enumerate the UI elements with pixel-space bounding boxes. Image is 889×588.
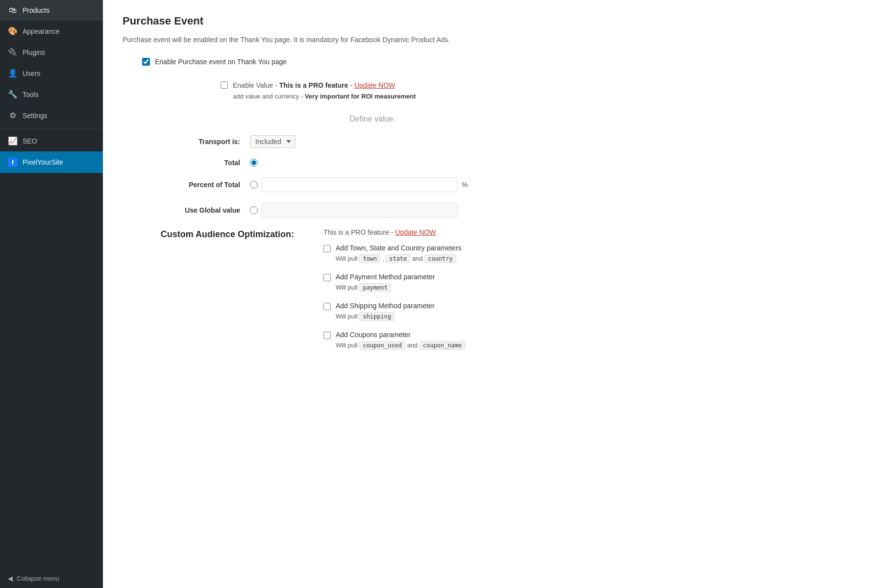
option-coupons-checkbox[interactable]: [323, 332, 331, 339]
global-row: Use Global value: [123, 203, 622, 218]
option-payment-desc: Will pull payment: [336, 283, 435, 292]
appearance-icon: 🎨: [8, 26, 18, 36]
seo-icon: 📈: [8, 136, 18, 146]
sidebar-item-pixelyoursite[interactable]: f PixelYourSite: [0, 151, 103, 173]
page-title: Purchase Event: [123, 15, 622, 27]
custom-audience-label: Custom Audience Optimization:: [152, 228, 309, 240]
update-now-link-1[interactable]: Update NOW: [354, 81, 395, 89]
option-town-title: Add Town, State and Country parameters: [336, 244, 462, 252]
option-shipping-checkbox[interactable]: [323, 303, 331, 310]
option-payment-row: Add Payment Method parameter Will pull p…: [323, 273, 622, 292]
sidebar-item-plugins[interactable]: 🔌 Plugins: [0, 42, 103, 63]
sidebar-item-tools[interactable]: 🔧 Tools: [0, 84, 103, 105]
total-label: Total: [152, 159, 250, 167]
update-now-link-2[interactable]: Update NOW: [395, 228, 436, 236]
code-town: town: [359, 254, 380, 263]
enable-purchase-row: Enable Purchase event on Thank You page: [142, 58, 622, 66]
percent-input[interactable]: [262, 177, 458, 192]
transport-row: Transport is: Included: [123, 135, 622, 148]
transport-select[interactable]: Included: [250, 135, 296, 148]
products-icon: 🛍: [8, 6, 18, 15]
pro-feature-text: Enable Value - This is a PRO feature - U…: [233, 80, 416, 91]
option-shipping-desc: Will pull shipping: [336, 312, 435, 321]
percent-symbol: %: [462, 181, 468, 189]
enable-purchase-checkbox[interactable]: [142, 58, 150, 66]
global-label: Use Global value: [152, 206, 250, 214]
main-content: Purchase Event Purchase event will be en…: [103, 0, 889, 588]
global-input[interactable]: [262, 203, 458, 218]
custom-audience-pro-badge: This is a PRO feature - Update NOW: [323, 228, 622, 236]
tools-icon: 🔧: [8, 90, 18, 99]
transport-label: Transport is:: [152, 138, 250, 146]
option-town-desc: Will pull town , state and country: [336, 254, 462, 263]
enable-purchase-label: Enable Purchase event on Thank You page: [155, 58, 287, 66]
plugins-icon: 🔌: [8, 48, 18, 57]
sidebar-item-users[interactable]: 👤 Users: [0, 63, 103, 84]
code-coupon-name: coupon_name: [420, 341, 465, 350]
sidebar-item-settings[interactable]: ⚙ Settings: [0, 105, 103, 126]
custom-audience-content: This is a PRO feature - Update NOW Add T…: [323, 228, 622, 360]
sidebar-item-products[interactable]: 🛍 Products: [0, 0, 103, 21]
sidebar: 🛍 Products 🎨 Appearance 🔌 Plugins 👤 User…: [0, 0, 103, 588]
sidebar-item-appearance[interactable]: 🎨 Appearance: [0, 21, 103, 42]
option-coupons-title: Add Coupons parameter: [336, 331, 465, 339]
option-town-checkbox[interactable]: [323, 245, 331, 252]
settings-icon: ⚙: [8, 111, 18, 120]
total-radio[interactable]: [250, 159, 258, 167]
total-row: Total: [123, 159, 622, 167]
enable-value-checkbox[interactable]: [221, 81, 228, 89]
users-icon: 👤: [8, 69, 18, 78]
pro-note: add value and currency - Very important …: [233, 93, 416, 100]
code-shipping: shipping: [359, 312, 395, 321]
percent-label: Percent of Total: [152, 181, 250, 189]
enable-value-row: Enable Value - This is a PRO feature - U…: [221, 80, 622, 100]
option-payment-title: Add Payment Method parameter: [336, 273, 435, 281]
define-value-title: Define value:: [123, 115, 622, 123]
option-shipping-row: Add Shipping Method parameter Will pull …: [323, 302, 622, 321]
custom-audience-section: Custom Audience Optimization: This is a …: [123, 228, 622, 360]
option-payment-checkbox[interactable]: [323, 274, 331, 281]
code-coupon-used: coupon_used: [359, 341, 405, 350]
page-description: Purchase event will be enabled on the Th…: [123, 34, 622, 45]
sidebar-item-seo[interactable]: 📈 SEO: [0, 130, 103, 151]
option-shipping-title: Add Shipping Method parameter: [336, 302, 435, 310]
option-coupons-row: Add Coupons parameter Will pull coupon_u…: [323, 331, 622, 350]
code-payment: payment: [359, 283, 391, 292]
option-town-row: Add Town, State and Country parameters W…: [323, 244, 622, 263]
code-state: state: [386, 254, 410, 263]
percent-radio[interactable]: [250, 181, 258, 189]
pixelyoursite-icon: f: [8, 157, 18, 167]
global-radio[interactable]: [250, 206, 258, 214]
collapse-arrow-icon: ◀: [8, 575, 13, 582]
percent-row: Percent of Total %: [123, 177, 622, 192]
collapse-menu[interactable]: ◀ Collapse menu: [0, 569, 103, 588]
code-country: country: [424, 254, 456, 263]
option-coupons-desc: Will pull coupon_used and coupon_name: [336, 341, 465, 350]
